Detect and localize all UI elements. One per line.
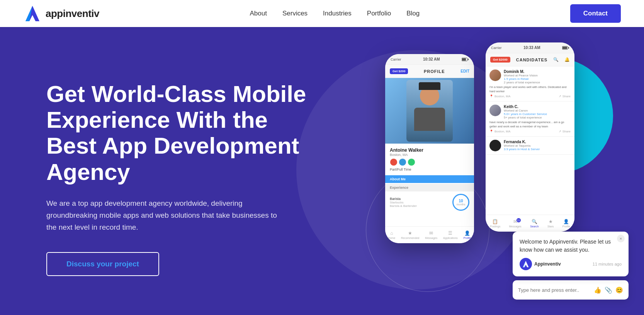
candidate-3-top: Fernanda K. Worked at Taqueria 3.9 years… (489, 140, 571, 151)
phone1-status-bar: Carrier 10:32 AM (385, 54, 474, 65)
candidate-3-avatar (489, 140, 501, 151)
candidate-1-desc: I'm a team player and works well with ot… (489, 85, 571, 93)
phone2-bottom-nav: 📋 Postings ✉ 11 Messages 🔍 Search ★ Star… (486, 215, 574, 232)
phone1-bottom-nav: ⌂ Home ★ Recommended ✉ Messages ☰ Applic… (385, 226, 474, 243)
chat-close-button[interactable]: × (617, 235, 625, 242)
svg-rect-3 (462, 58, 466, 61)
phone1-nav-home-label: Home (388, 237, 395, 239)
profile-hat (419, 82, 440, 90)
phone2-carrier: Carrier (491, 46, 502, 50)
phone1-nav-profile[interactable]: 👤 Profile (464, 230, 471, 239)
phone2-battery (562, 46, 569, 50)
location-pin-icon: 📍 (489, 95, 493, 98)
phone1-edit[interactable]: EDIT (460, 69, 469, 73)
attachment-icon[interactable]: 📎 (605, 286, 612, 294)
chat-bubble: × Welcome to Appinventiv. Please let us … (513, 232, 629, 276)
candidate-2-location: 📍 Boston, MA ↗ Share (489, 130, 571, 133)
emoji-icon[interactable]: 😊 (615, 286, 623, 294)
phone1-company: Starbucks (390, 201, 417, 204)
profile-photo-inner (406, 80, 453, 142)
chat-brand-name: Appinventiv (534, 261, 561, 267)
candidate-1-years: 1.5 years in Retail (504, 77, 540, 81)
candidate-2-share[interactable]: ↗ Share (559, 130, 571, 133)
nav-item-industries[interactable]: Industries (323, 10, 352, 17)
candidate-1: Dominik M. Worked at Pearce Vision 1.5 y… (486, 66, 574, 102)
candidate-3-company: Worked at Taqueria (504, 144, 540, 147)
phone1-location: Boston, MA (390, 153, 469, 157)
candidate-2-name: Keith C. (504, 105, 547, 109)
candidate-3-years: 3.9 years in Host & Server (504, 147, 540, 151)
phone2-nav-postings[interactable]: 📋 Postings (490, 219, 500, 228)
phone2-bell-icon[interactable]: 🔔 (564, 57, 570, 62)
chat-widget: × Welcome to Appinventiv. Please let us … (513, 232, 629, 300)
svg-rect-7 (568, 47, 569, 49)
phone2-nav-stars[interactable]: ★ Stars (547, 219, 554, 228)
person-body (414, 108, 445, 131)
phone1-nav-messages-label: Messages (425, 237, 437, 239)
navbar: appinventiv About Services Industries Po… (0, 0, 644, 27)
chat-logo-area: Appinventiv (520, 258, 561, 270)
candidate-1-experience: 2 years of total experience (504, 81, 540, 84)
phone1-months-label: months (457, 203, 466, 206)
nav-item-blog[interactable]: Blog (406, 10, 420, 17)
phone2-section-title: CANDIDATES (516, 58, 547, 62)
phone1-battery (462, 58, 469, 61)
candidate-3-info: Fernanda K. Worked at Taqueria 3.9 years… (504, 140, 540, 151)
discuss-project-button[interactable]: Discuss your project (46, 252, 159, 276)
phone2-search-icon[interactable]: 🔍 (553, 57, 559, 62)
svg-rect-4 (468, 59, 469, 60)
candidate-2-info: Keith C. Worked at Canon 5.0+ years in C… (504, 105, 547, 119)
phone2-nav-messages[interactable]: ✉ 11 Messages (509, 219, 522, 228)
phone1-nav-home[interactable]: ⌂ Home (388, 230, 395, 239)
stars-label: Stars (547, 225, 554, 228)
phone1-nav-messages[interactable]: ✉ Messages (425, 230, 437, 239)
phone1-profile-info: Antoine Walker Boston, MA Part/Full Time (385, 144, 474, 174)
thumbs-up-icon[interactable]: 👍 (594, 286, 602, 294)
hero-content: Get World-Class Mobile Experience With t… (46, 58, 317, 276)
phone1-about-me[interactable]: About Me (385, 175, 474, 183)
mini-avatar-2 (399, 158, 406, 166)
nav-item-portfolio[interactable]: Portfolio (367, 10, 391, 17)
star-icon: ★ (407, 230, 413, 236)
chat-input[interactable] (518, 287, 590, 293)
location-pin-icon-2: 📍 (489, 130, 493, 133)
phone2-nav-profile[interactable]: 👤 Profile (562, 219, 570, 228)
chat-input-bar: 👍 📎 😊 (513, 280, 629, 300)
hero-section: Get World-Class Mobile Experience With t… (0, 27, 644, 315)
candidate-1-info: Dominik M. Worked at Pearce Vision 1.5 y… (504, 69, 540, 84)
phone1-months-count: 10 (459, 199, 463, 203)
nav-item-services[interactable]: Services (282, 10, 308, 17)
phone1-nav-applications[interactable]: ☰ Applications (443, 230, 458, 239)
candidate-3: Fernanda K. Worked at Taqueria 3.9 years… (486, 137, 574, 155)
profile-nav-icon: 👤 (563, 219, 569, 224)
phone1-nav-applications-label: Applications (443, 237, 458, 239)
candidate-2: Keith C. Worked at Canon 5.0+ years in C… (486, 102, 574, 137)
phone1-action-bar: Get $200 PROFILE EDIT (385, 65, 474, 78)
svg-rect-6 (562, 47, 567, 49)
phone2-badge: Get $2000 (490, 57, 510, 63)
hero-subtitle: We are a top app development agency worl… (46, 197, 278, 234)
logo-area[interactable]: appinventiv (23, 4, 99, 23)
phone1-nav-profile-label: Profile (464, 237, 471, 239)
phone1-experience[interactable]: Experience (385, 184, 474, 191)
phone1-time: 10:32 AM (423, 57, 440, 61)
search-label: Search (530, 225, 539, 228)
phone1-nav-recommended-label: Recommended (401, 237, 419, 239)
nav-item-about[interactable]: About (250, 10, 267, 17)
phone1-job-title: Barista (390, 197, 417, 201)
messages-label: Messages (509, 225, 522, 228)
postings-icon: 📋 (492, 219, 498, 224)
phone1-months-circle: 10 months (452, 194, 469, 211)
candidate-2-avatar (489, 105, 501, 116)
chat-footer: Appinventiv 11 minutes ago (520, 258, 622, 270)
contact-button[interactable]: Contact (570, 4, 621, 23)
phone1-nav-recommended[interactable]: ★ Recommended (401, 230, 419, 239)
phone1-avatars (390, 158, 469, 166)
messages-badge: 11 (517, 218, 521, 222)
phone2-action-bar: Get $2000 CANDIDATES 🔍 🔔 (486, 53, 574, 66)
phone2-nav-search[interactable]: 🔍 Search (530, 219, 539, 228)
profile-label: Profile (562, 225, 570, 228)
chat-logo-icon (520, 258, 532, 270)
candidate-1-share[interactable]: ↗ Share (559, 95, 571, 98)
postings-label: Postings (490, 225, 500, 228)
